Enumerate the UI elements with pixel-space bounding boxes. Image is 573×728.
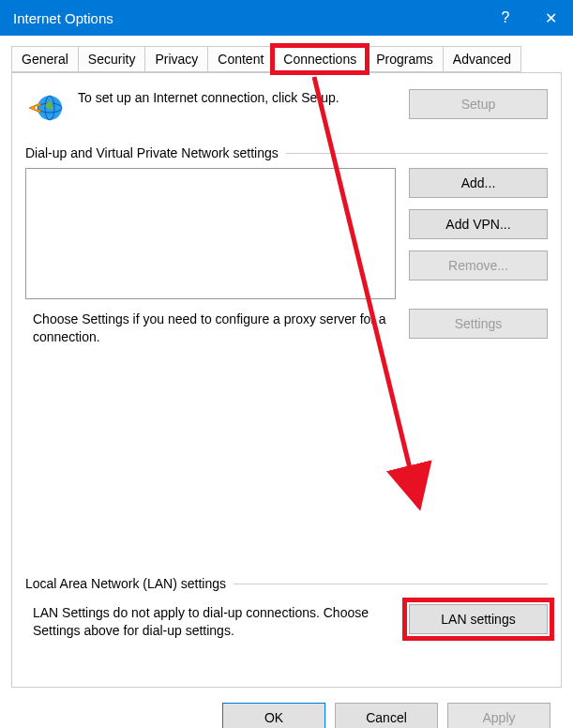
divider — [234, 584, 548, 584]
bottom-padding — [25, 640, 548, 674]
tab-content[interactable]: Content — [207, 46, 274, 72]
dialog-buttons: OK Cancel Apply — [11, 688, 562, 728]
apply-button[interactable]: Apply — [447, 703, 550, 728]
tab-privacy[interactable]: Privacy — [144, 46, 208, 72]
dialup-row: Add... Add VPN... Remove... — [25, 168, 548, 299]
close-icon: ✕ — [545, 9, 557, 27]
dialog-body: General Security Privacy Content Connect… — [0, 36, 573, 728]
dialup-buttons: Add... Add VPN... Remove... — [409, 168, 548, 299]
lan-section-label: Local Area Network (LAN) settings — [25, 576, 226, 591]
add-vpn-button[interactable]: Add VPN... — [409, 209, 548, 239]
setup-button[interactable]: Setup — [409, 89, 548, 119]
title-bar: Internet Options ? ✕ — [0, 0, 573, 36]
spacer — [25, 346, 548, 555]
dialup-note-row: Choose Settings if you need to configure… — [25, 309, 548, 346]
add-button[interactable]: Add... — [409, 168, 548, 198]
dialup-settings-button[interactable]: Settings — [409, 309, 548, 339]
lan-note: LAN Settings do not apply to dial-up con… — [25, 604, 396, 640]
setup-description: To set up an Internet connection, click … — [78, 89, 398, 106]
dialup-note: Choose Settings if you need to configure… — [25, 309, 396, 346]
dialup-section-header: Dial-up and Virtual Private Network sett… — [25, 145, 548, 160]
tab-security[interactable]: Security — [78, 46, 146, 72]
ok-button[interactable]: OK — [222, 703, 325, 728]
cancel-button[interactable]: Cancel — [335, 703, 438, 728]
tab-programs[interactable]: Programs — [366, 46, 444, 72]
close-button[interactable]: ✕ — [528, 0, 573, 36]
globe-icon — [25, 89, 67, 125]
connections-listbox[interactable] — [25, 168, 396, 299]
tab-strip: General Security Privacy Content Connect… — [11, 46, 562, 73]
help-icon: ? — [502, 9, 510, 26]
lan-row: LAN Settings do not apply to dial-up con… — [25, 604, 548, 640]
help-button[interactable]: ? — [483, 0, 528, 36]
divider — [286, 153, 548, 154]
connections-panel: To set up an Internet connection, click … — [11, 72, 562, 688]
lan-section-header: Local Area Network (LAN) settings — [25, 576, 548, 591]
tab-advanced[interactable]: Advanced — [443, 46, 521, 72]
tab-general[interactable]: General — [11, 46, 79, 72]
lan-settings-button[interactable]: LAN settings — [409, 604, 548, 634]
dialup-section-label: Dial-up and Virtual Private Network sett… — [25, 145, 279, 160]
setup-row: To set up an Internet connection, click … — [25, 89, 548, 125]
remove-button[interactable]: Remove... — [409, 250, 548, 281]
window-title: Internet Options — [13, 10, 483, 26]
tab-connections[interactable]: Connections — [273, 46, 367, 72]
